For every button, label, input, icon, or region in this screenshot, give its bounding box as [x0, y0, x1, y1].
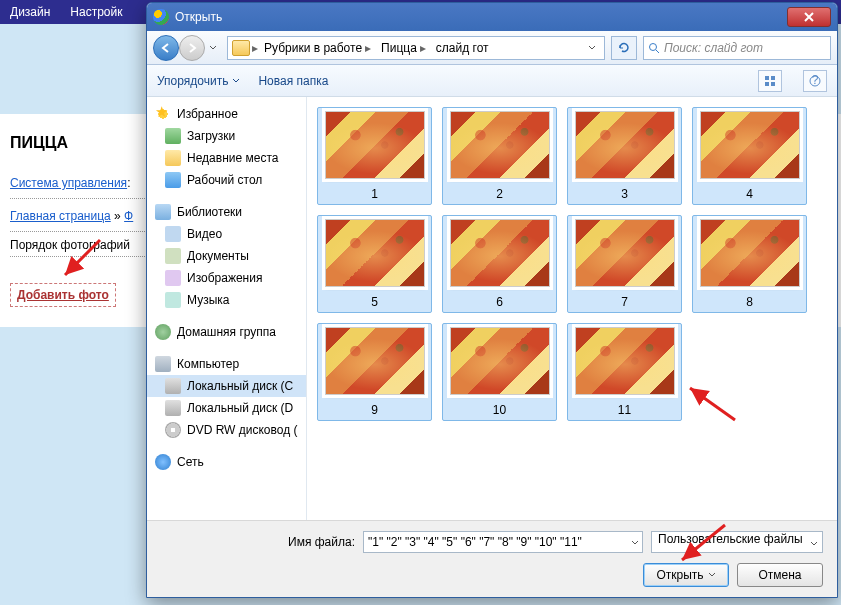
- tree-images[interactable]: Изображения: [147, 267, 306, 289]
- chevron-down-icon: [708, 572, 716, 578]
- thumbnail-image: [575, 327, 675, 395]
- tree-drive-c[interactable]: Локальный диск (C: [147, 375, 306, 397]
- thumbnail-label: 4: [746, 187, 753, 201]
- arrow-right-icon: [186, 42, 198, 54]
- svg-point-0: [650, 43, 657, 50]
- drive-icon: [165, 400, 181, 416]
- tree-label: Изображения: [187, 271, 262, 285]
- breadcrumb[interactable]: ▸ Рубрики в работе▸ Пицца▸ слайд гот: [227, 36, 605, 60]
- tree-computer[interactable]: Компьютер: [147, 353, 306, 375]
- bc-label: Рубрики в работе: [264, 41, 362, 55]
- thumbnail-item[interactable]: 8: [692, 215, 807, 313]
- link-home[interactable]: Главная страница: [10, 209, 111, 223]
- thumbnail-item[interactable]: 11: [567, 323, 682, 421]
- thumbnail-label: 5: [371, 295, 378, 309]
- thumbnail-item[interactable]: 3: [567, 107, 682, 205]
- tree-label: Музыка: [187, 293, 229, 307]
- tree-downloads[interactable]: Загрузки: [147, 125, 306, 147]
- thumbnail-item[interactable]: 1: [317, 107, 432, 205]
- search-icon: [648, 42, 660, 54]
- filter-label: Пользовательские файлы: [658, 532, 803, 546]
- tree-dvd[interactable]: DVD RW дисковод (: [147, 419, 306, 441]
- chevron-down-icon: [232, 78, 240, 84]
- thumbnail-item[interactable]: 10: [442, 323, 557, 421]
- video-icon: [165, 226, 181, 242]
- tree-recent[interactable]: Недавние места: [147, 147, 306, 169]
- chevron-down-icon: [209, 45, 217, 51]
- filename-input[interactable]: [363, 531, 643, 553]
- thumbnail-item[interactable]: 5: [317, 215, 432, 313]
- thumbnail-item[interactable]: 4: [692, 107, 807, 205]
- tree-homegroup[interactable]: Домашняя группа: [147, 321, 306, 343]
- link-cms[interactable]: Система управления: [10, 176, 127, 190]
- image-icon: [165, 270, 181, 286]
- tree-drive-d[interactable]: Локальный диск (D: [147, 397, 306, 419]
- arrow-left-icon: [160, 42, 172, 54]
- close-icon: [804, 12, 814, 22]
- newfolder-button[interactable]: Новая папка: [258, 74, 328, 88]
- thumbnail-image: [700, 219, 800, 287]
- thumbnail-label: 3: [621, 187, 628, 201]
- filename-dropdown[interactable]: [631, 535, 639, 549]
- history-dropdown[interactable]: [205, 37, 221, 59]
- svg-rect-4: [771, 82, 775, 86]
- tree-favorites[interactable]: Избранное: [147, 103, 306, 125]
- tree-desktop[interactable]: Рабочий стол: [147, 169, 306, 191]
- add-photo-button[interactable]: Добавить фото: [10, 283, 116, 307]
- bc-item-1[interactable]: Рубрики в работе▸: [260, 37, 375, 59]
- thumbnail-label: 9: [371, 403, 378, 417]
- tree-label: Домашняя группа: [177, 325, 276, 339]
- thumbnail-image: [325, 327, 425, 395]
- open-button[interactable]: Открыть: [643, 563, 729, 587]
- network-icon: [155, 454, 171, 470]
- tree-network[interactable]: Сеть: [147, 451, 306, 473]
- bc-dropdown[interactable]: [584, 37, 600, 59]
- chevron-down-icon: [631, 540, 639, 546]
- tree-label: Документы: [187, 249, 249, 263]
- thumbnail-grid: 1234567891011: [307, 97, 837, 520]
- organize-button[interactable]: Упорядочить: [157, 74, 240, 88]
- bc-item-2[interactable]: Пицца▸: [377, 37, 430, 59]
- open-label: Открыть: [656, 568, 703, 582]
- thumbnail-item[interactable]: 9: [317, 323, 432, 421]
- thumbnail-image: [325, 219, 425, 287]
- breadcrumb-sep: »: [114, 209, 121, 223]
- thumbnail-label: 2: [496, 187, 503, 201]
- library-icon: [155, 204, 171, 220]
- thumbnail-item[interactable]: 6: [442, 215, 557, 313]
- forward-button[interactable]: [179, 35, 205, 61]
- filename-input-wrap: [363, 531, 643, 553]
- thumbnail-item[interactable]: 7: [567, 215, 682, 313]
- link-photo-folder[interactable]: Ф: [124, 209, 133, 223]
- thumbnail-image: [700, 111, 800, 179]
- menu-design[interactable]: Дизайн: [10, 5, 50, 19]
- menu-settings[interactable]: Настройк: [70, 5, 122, 19]
- folder-icon: [232, 40, 250, 56]
- tree-videos[interactable]: Видео: [147, 223, 306, 245]
- tree-libraries[interactable]: Библиотеки: [147, 201, 306, 223]
- filter-select[interactable]: Пользовательские файлы: [651, 531, 823, 553]
- help-button[interactable]: ?: [803, 70, 827, 92]
- desktop-icon: [165, 172, 181, 188]
- thumbnail-label: 6: [496, 295, 503, 309]
- tree-label: Видео: [187, 227, 222, 241]
- thumbnail-image: [575, 219, 675, 287]
- refresh-icon: [617, 41, 631, 55]
- close-button[interactable]: [787, 7, 831, 27]
- bc-label: слайд гот: [436, 41, 489, 55]
- cancel-button[interactable]: Отмена: [737, 563, 823, 587]
- bc-item-3[interactable]: слайд гот: [432, 37, 493, 59]
- thumbnail-label: 1: [371, 187, 378, 201]
- tree-label: Локальный диск (D: [187, 401, 293, 415]
- search-input[interactable]: Поиск: слайд гот: [643, 36, 831, 60]
- homegroup-icon: [155, 324, 171, 340]
- tree-documents[interactable]: Документы: [147, 245, 306, 267]
- back-button[interactable]: [153, 35, 179, 61]
- view-button[interactable]: [758, 70, 782, 92]
- refresh-button[interactable]: [611, 36, 637, 60]
- tree-music[interactable]: Музыка: [147, 289, 306, 311]
- search-placeholder: Поиск: слайд гот: [664, 41, 763, 55]
- thumbnail-item[interactable]: 2: [442, 107, 557, 205]
- dvd-icon: [165, 422, 181, 438]
- tree-label: Рабочий стол: [187, 173, 262, 187]
